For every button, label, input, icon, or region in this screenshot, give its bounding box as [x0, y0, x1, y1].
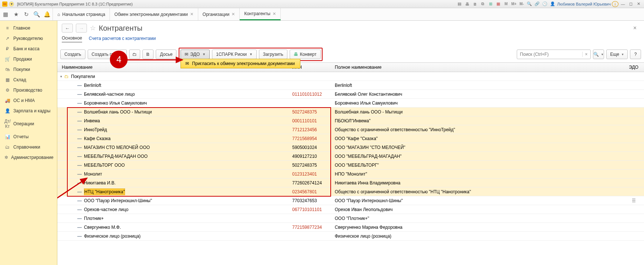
tb-icon-1[interactable]: ▤	[456, 1, 463, 7]
dossier-button[interactable]: Досье	[156, 50, 176, 59]
item-icon: —	[77, 171, 82, 177]
memory-m[interactable]: M	[503, 1, 509, 7]
folder-row[interactable]: ▾ 🗀 Покупатели	[57, 72, 644, 81]
nav-back-button[interactable]: ←	[62, 24, 73, 33]
tab-home-label: Начальная страница	[62, 12, 105, 17]
highlighted-toolbar-group: ✉ ЭДО▼ 1СПАРК Риски▼ Загрузить 🖶 Конверт…	[179, 48, 322, 61]
memory-mminus[interactable]: M-	[518, 1, 525, 7]
table-row[interactable]: —Кафе Сказка7721568954ООО "Кафе "Сказка"	[57, 134, 644, 143]
tab-contractors-label: Контрагенты	[244, 11, 270, 16]
sidebar-item-9[interactable]: Дт/КтОперации	[0, 116, 57, 132]
link-icon[interactable]: 🔗	[534, 1, 540, 7]
sidebar-item-label: Руководителю	[13, 36, 43, 41]
memory-mplus[interactable]: M+	[510, 1, 517, 7]
tab-contractors[interactable]: Контрагенты ✕	[240, 8, 281, 20]
search-tool-icon[interactable]: 🔍	[33, 11, 40, 18]
sidebar-item-2[interactable]: ₽Банк и касса	[0, 44, 57, 54]
list-button[interactable]: 🗎	[142, 50, 154, 59]
print-icon[interactable]: 🖶	[464, 1, 471, 7]
edo-button[interactable]: ✉ ЭДО▼	[181, 50, 210, 59]
maximize-icon[interactable]: ◻	[627, 1, 634, 7]
minimize-icon[interactable]: —	[620, 1, 626, 7]
sidebar-item-label: Операции	[13, 121, 34, 126]
table-row[interactable]: —МАГАЗИН СТО МЕЛОЧЕЙ ООО5905001024ООО "М…	[57, 143, 644, 152]
col-edo[interactable]: ЭДО	[626, 65, 641, 70]
table-row[interactable]: —Белявский-частное лицо011101011012Беляв…	[57, 90, 644, 99]
search-button[interactable]: 🔍▾	[593, 50, 604, 59]
table-row[interactable]: —ИнноТрейд7712123456Общество с ограничен…	[57, 125, 644, 134]
tab-home[interactable]: ⌂ Начальная страница	[53, 8, 110, 20]
table-row[interactable]: —Никитаева И.В.772602674124Никитаева Инн…	[57, 179, 644, 187]
find-button[interactable]: 🗀	[129, 50, 140, 59]
table-row[interactable]: —Монолит0123123401НПО "Монолит"	[57, 170, 644, 179]
sidebar-item-8[interactable]: 👤Зарплата и кадры	[0, 106, 57, 116]
envelope-button[interactable]: 🖶 Конверт	[290, 50, 321, 59]
row-name: Свергуненко М.Ф.	[84, 225, 121, 230]
close-icon[interactable]: ✕	[273, 11, 276, 16]
sidebar-item-0[interactable]: ≡Главное	[0, 23, 57, 33]
page-title: Контрагенты	[99, 24, 142, 33]
item-icon: —	[77, 198, 82, 203]
search-input[interactable]	[517, 52, 582, 57]
table-row[interactable]: —ООО "Пауэр Интернэшнл-Шины"7703247653ОО…	[57, 196, 644, 205]
nav-forward-button[interactable]: →	[76, 24, 87, 33]
tab-org[interactable]: Организации ✕	[198, 8, 240, 20]
sidebar-item-12[interactable]: ✲Администрирование	[0, 152, 57, 163]
help-button[interactable]: ?	[630, 50, 641, 59]
sidebar-item-5[interactable]: ▦Склад	[0, 75, 57, 85]
table-row[interactable]: —Плотник+ООО "Плотник+"	[57, 214, 644, 223]
close-window-icon[interactable]: ✕	[635, 1, 642, 7]
create-button[interactable]: Создать	[60, 50, 85, 59]
table-row[interactable]: —Физическое лицо (розница)Физическое лиц…	[57, 232, 644, 241]
sidebar-item-11[interactable]: 🗂Справочники	[0, 142, 57, 152]
info-icon[interactable]: i	[612, 1, 618, 7]
table-row[interactable]: —МЕБЕЛЬТОРГ ООО5027248375ООО "МЕБЕЛЬТОРГ…	[57, 161, 644, 170]
dropdown-icon[interactable]: ▾	[9, 1, 14, 7]
clear-search-icon[interactable]: ×	[582, 52, 590, 57]
tab-edo[interactable]: Обмен электронными документами ✕	[110, 8, 198, 20]
edo-dropdown-invite[interactable]: ✉ Пригласить к обмену электронными докум…	[181, 59, 300, 68]
table-row[interactable]: —МЕБЕЛЬГРАД-МАГАДАН ООО4909127210ООО "МЕ…	[57, 152, 644, 161]
item-icon: —	[77, 101, 82, 106]
subnav-accounts[interactable]: Счета расчетов с контрагентами	[89, 36, 156, 42]
row-full: Berlinloft	[335, 83, 626, 88]
close-page-icon[interactable]: ×	[630, 25, 640, 31]
table-row[interactable]: —НТЦ "Нанотроника"0234567801Общество с о…	[57, 187, 644, 196]
sidebar-item-7[interactable]: 🚚ОС и НМА	[0, 95, 57, 106]
col-full[interactable]: Полное наименование	[335, 65, 626, 70]
bell-icon[interactable]: 🔔	[44, 11, 50, 18]
table-row[interactable]: —Волшебная лань ООО - Мытищи5027248375Во…	[57, 108, 644, 116]
spark-button[interactable]: 1СПАРК Риски▼	[212, 50, 257, 59]
row-full: ПБОЮЛ"Инвема"	[335, 118, 626, 123]
doc-icon[interactable]: 🗎	[472, 1, 478, 7]
table-row[interactable]: —BerlinloftBerlinloft	[57, 81, 644, 90]
star-icon[interactable]: ☆	[90, 24, 96, 32]
collapse-icon[interactable]: ▾	[60, 75, 62, 78]
close-icon[interactable]: ✕	[190, 12, 193, 17]
table-row[interactable]: —Орехов-частное лицо067710101101Орехов И…	[57, 205, 644, 214]
load-button[interactable]: Загрузить	[259, 50, 287, 59]
more-button[interactable]: Еще▾	[606, 50, 628, 59]
sidebar-item-4[interactable]: 🛍Покупки	[0, 64, 57, 75]
close-icon[interactable]: ✕	[232, 12, 235, 17]
sidebar-item-6[interactable]: ⚙Производство	[0, 85, 57, 95]
sidebar-item-label: Справочники	[13, 145, 40, 150]
sidebar-item-10[interactable]: 📊Отчеты	[0, 132, 57, 142]
calc-icon[interactable]: ⊞	[487, 1, 494, 7]
calendar-icon[interactable]: ▦	[495, 1, 502, 7]
search-global-icon[interactable]: 🔍	[526, 1, 533, 7]
item-icon: —	[77, 216, 82, 221]
table-row[interactable]: —Инвема0001110101ПБОЮЛ"Инвема"	[57, 116, 644, 125]
apps-icon[interactable]: ▦	[2, 11, 9, 18]
subnav-main[interactable]: Основное	[62, 35, 82, 43]
grid-body[interactable]: ▾ 🗀 Покупатели —BerlinloftBerlinloft—Бел…	[57, 72, 644, 265]
compare-icon[interactable]: ⧉	[479, 1, 486, 7]
history-icon[interactable]: 🕓	[542, 1, 548, 7]
table-row[interactable]: —Свергуненко М.Ф.772159877234Свергуненко…	[57, 223, 644, 232]
table-row[interactable]: —Боровченко Илья СамуиловичБоровченко Ил…	[57, 99, 644, 108]
favorite-icon[interactable]: ★	[13, 11, 19, 18]
sidebar-item-1[interactable]: ↗Руководителю	[0, 33, 57, 44]
user-name[interactable]: Любимов Валерий Юрьевич	[557, 2, 611, 6]
sidebar-item-3[interactable]: 🛒Продажи	[0, 54, 57, 64]
history-tool-icon[interactable]: ↻	[23, 11, 30, 18]
